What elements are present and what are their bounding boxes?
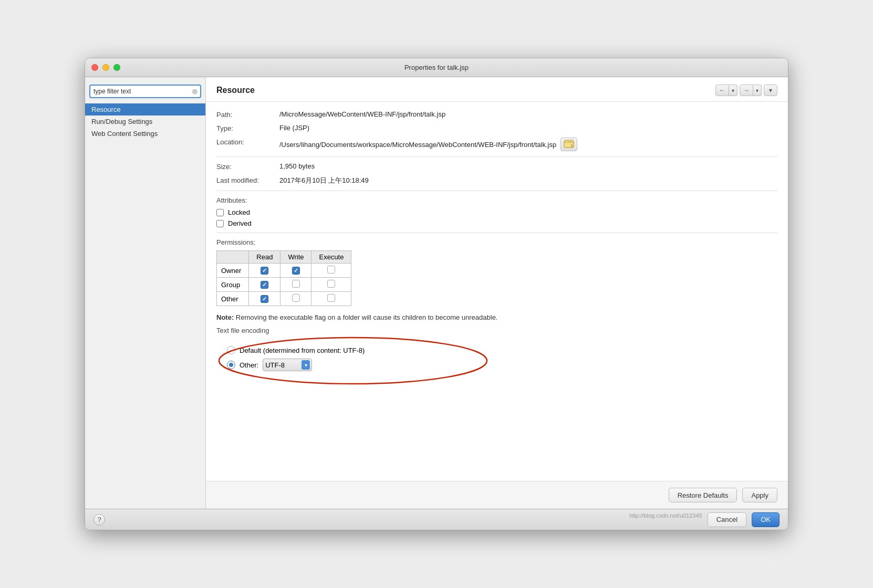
perm-owner-write[interactable]: [292, 267, 300, 275]
default-encoding-radio[interactable]: [227, 346, 235, 354]
size-row: Size: 1,950 bytes: [216, 162, 777, 171]
perm-row-name: Group: [217, 278, 249, 292]
note-text: Removing the executable flag on a folder…: [236, 313, 498, 321]
type-label: Type:: [216, 124, 279, 132]
perm-owner-read[interactable]: [261, 267, 268, 275]
minimize-button[interactable]: [102, 64, 109, 71]
note-row: Note: Removing the executable flag on a …: [216, 313, 777, 321]
forward-button[interactable]: →: [740, 85, 753, 96]
main-header: Resource ← ▾ → ▾ ▾: [206, 77, 788, 102]
locked-checkbox[interactable]: [216, 209, 224, 216]
restore-defaults-button[interactable]: Restore Defaults: [669, 488, 737, 502]
table-row: Group: [217, 278, 351, 292]
derived-row: Derived: [216, 219, 777, 227]
watermark: http://blog.csdn.net/u012345: [629, 512, 702, 527]
default-encoding-row: Default (determined from content: UTF-8): [227, 346, 365, 354]
sidebar-nav: ResourceRun/Debug SettingsWeb Content Se…: [85, 103, 205, 140]
window-title: Properties for talk.jsp: [404, 64, 469, 71]
forward-dropdown-button[interactable]: ▾: [753, 85, 762, 96]
other-encoding-row: Other: UTF-8 UTF-16 ISO-8859-1 US-ASCII …: [227, 359, 365, 371]
perm-group-execute[interactable]: [327, 280, 335, 288]
path-row: Path: /MicroMessage/WebContent/WEB-INF/j…: [216, 110, 777, 119]
perm-row-name: Owner: [217, 264, 249, 278]
perm-other-read[interactable]: [261, 295, 268, 303]
encoding-label: Text file encoding: [216, 327, 777, 334]
type-value: File (JSP): [279, 124, 777, 132]
ok-button[interactable]: OK: [752, 512, 780, 527]
size-value: 1,950 bytes: [279, 162, 777, 170]
traffic-lights: [91, 64, 120, 71]
section-title: Resource: [216, 86, 255, 95]
sidebar-item-resource[interactable]: Resource: [85, 103, 205, 116]
location-value: /Users/lihang/Documents/workspace/MicroM…: [279, 141, 556, 149]
main-content: Path: /MicroMessage/WebContent/WEB-INF/j…: [206, 102, 788, 481]
last-modified-row: Last modified: 2017年6月10日 上午10:18:49: [216, 176, 777, 185]
encoding-options: Default (determined from content: UTF-8)…: [216, 339, 375, 379]
attributes-label: Attributes:: [216, 196, 777, 204]
last-modified-label: Last modified:: [216, 176, 279, 184]
divider-3: [216, 233, 777, 233]
encoding-section: Text file encoding Default (determined f…: [216, 327, 777, 379]
perm-group-read[interactable]: [261, 281, 268, 289]
perm-other-execute[interactable]: [327, 294, 335, 302]
location-label: Location:: [216, 138, 279, 146]
window-footer: ? http://blog.csdn.net/u012345 Cancel OK: [85, 509, 788, 530]
back-button[interactable]: ←: [715, 85, 729, 96]
main-panel: Resource ← ▾ → ▾ ▾ Path: /M: [206, 77, 788, 509]
derived-checkbox[interactable]: [216, 220, 224, 227]
nav-buttons: ← ▾ → ▾ ▾: [715, 85, 777, 96]
apply-button[interactable]: Apply: [742, 488, 777, 502]
titlebar: Properties for talk.jsp: [85, 58, 788, 77]
locked-row: Locked: [216, 208, 777, 216]
perm-row-name: Other: [217, 292, 249, 306]
help-button[interactable]: ?: [93, 514, 105, 526]
col-header-execute: Execute: [311, 251, 351, 264]
perm-other-write[interactable]: [292, 294, 300, 302]
location-navigate-button[interactable]: [560, 138, 577, 151]
encoding-select[interactable]: UTF-8 UTF-16 ISO-8859-1 US-ASCII: [263, 359, 312, 371]
svg-rect-2: [565, 141, 568, 143]
locked-label: Locked: [228, 208, 250, 216]
other-encoding-label: Other:: [240, 361, 258, 369]
cancel-button[interactable]: Cancel: [708, 512, 746, 527]
path-label: Path:: [216, 110, 279, 119]
permissions-label: Permissions:: [216, 238, 777, 246]
perm-group-write[interactable]: [292, 280, 300, 288]
back-dropdown-button[interactable]: ▾: [729, 85, 737, 96]
divider-2: [216, 191, 777, 191]
last-modified-value: 2017年6月10日 上午10:18:49: [279, 176, 777, 185]
size-label: Size:: [216, 162, 279, 171]
main-footer: Restore Defaults Apply: [206, 481, 788, 509]
other-encoding-radio[interactable]: [227, 361, 235, 369]
maximize-button[interactable]: [113, 64, 120, 71]
table-row: Owner: [217, 264, 351, 278]
bottom-buttons: http://blog.csdn.net/u012345 Cancel OK: [629, 512, 780, 527]
perm-owner-execute[interactable]: [327, 266, 335, 274]
col-header-read: Read: [249, 251, 280, 264]
search-input[interactable]: [89, 85, 201, 98]
sidebar-item-run-debug-settings[interactable]: Run/Debug Settings: [85, 116, 205, 128]
search-clear-icon[interactable]: ⊗: [192, 88, 198, 95]
close-button[interactable]: [91, 64, 98, 71]
permissions-table: Read Write Execute OwnerGroupOther: [216, 250, 351, 306]
default-encoding-label: Default (determined from content: UTF-8): [240, 346, 365, 354]
sidebar-item-web-content-settings[interactable]: Web Content Settings: [85, 128, 205, 140]
col-header-write: Write: [280, 251, 311, 264]
table-row: Other: [217, 292, 351, 306]
divider-1: [216, 156, 777, 157]
path-value: /MicroMessage/WebContent/WEB-INF/jsp/fro…: [279, 110, 777, 118]
sidebar: ⊗ ResourceRun/Debug SettingsWeb Content …: [85, 77, 206, 509]
location-row: Location: /Users/lihang/Documents/worksp…: [216, 138, 777, 151]
note-prefix: Note:: [216, 313, 234, 321]
col-header-entity: [217, 251, 249, 264]
derived-label: Derived: [228, 219, 252, 227]
type-row: Type: File (JSP): [216, 124, 777, 132]
menu-dropdown-button[interactable]: ▾: [764, 85, 777, 96]
